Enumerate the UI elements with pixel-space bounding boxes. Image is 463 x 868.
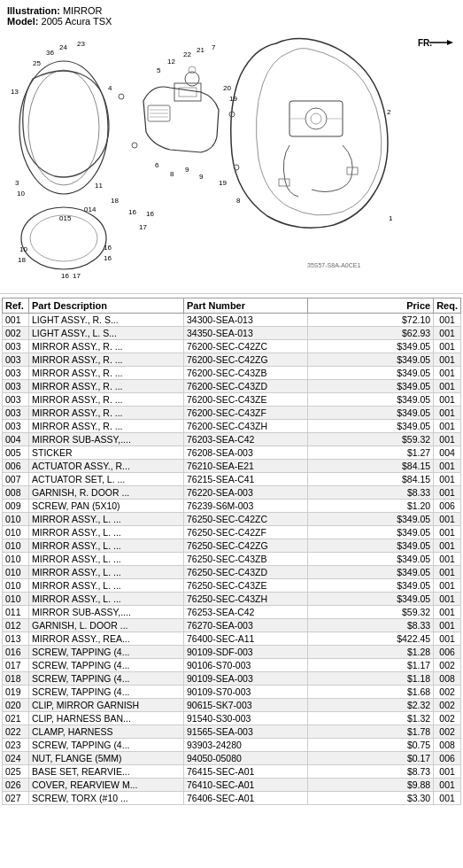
cell-ref: 013	[3, 632, 29, 646]
cell-req: 001	[434, 619, 461, 632]
table-row: 003MIRROR ASSY., R. ...76200-SEC-C43ZF$3…	[3, 407, 461, 420]
cell-req: 002	[434, 686, 461, 699]
cell-price: $72.10	[308, 314, 434, 327]
cell-desc: MIRROR SUB-ASSY,....	[29, 433, 184, 446]
svg-point-8	[189, 66, 196, 74]
cell-req: 001	[434, 486, 461, 500]
cell-req: 006	[434, 500, 461, 513]
cell-price: $349.05	[308, 367, 434, 380]
svg-text:19: 19	[229, 95, 237, 103]
cell-part: 76200-SEC-C43ZE	[184, 393, 308, 407]
model-prefix: Model:	[7, 16, 38, 27]
cell-req: 001	[434, 433, 461, 446]
cell-part: 76220-SEA-003	[184, 486, 308, 500]
cell-ref: 024	[3, 752, 29, 765]
illustration-prefix: Illustration:	[7, 5, 60, 16]
table-row: 018SCREW, TAPPING (4...90109-SEA-003$1.1…	[3, 672, 461, 686]
svg-point-15	[311, 113, 321, 124]
svg-text:17: 17	[139, 223, 147, 231]
cell-desc: STICKER	[29, 446, 184, 460]
svg-text:16: 16	[128, 208, 136, 216]
svg-rect-19	[279, 179, 289, 186]
cell-part: 76215-SEA-C41	[184, 473, 308, 486]
cell-part: 76250-SEC-C43ZH	[184, 593, 308, 606]
cell-part: 93903-24280	[184, 739, 308, 752]
svg-text:23: 23	[77, 40, 85, 48]
cell-ref: 003	[3, 407, 29, 420]
cell-req: 001	[434, 539, 461, 553]
svg-text:7: 7	[212, 43, 216, 51]
cell-desc: MIRROR ASSY., R. ...	[29, 393, 184, 407]
cell-desc: ACTUATOR SET, L. ...	[29, 473, 184, 486]
cell-price: $3.30	[308, 792, 434, 805]
illustration-line: Illustration: MIRROR	[7, 5, 456, 16]
cell-req: 001	[434, 353, 461, 367]
cell-price: $84.15	[308, 460, 434, 473]
cell-ref: 007	[3, 473, 29, 486]
table-row: 023SCREW, TAPPING (4...93903-24280$0.750…	[3, 739, 461, 752]
svg-text:9: 9	[185, 166, 189, 174]
table-row: 009SCREW, PAN (5X10)76239-S6M-003$1.2000…	[3, 500, 461, 513]
cell-price: $8.73	[308, 765, 434, 779]
cell-price: $1.32	[308, 712, 434, 725]
svg-text:18: 18	[18, 256, 26, 264]
cell-desc: MIRROR ASSY., R. ...	[29, 380, 184, 393]
table-row: 010MIRROR ASSY., L. ...76250-SEC-C43ZE$3…	[3, 579, 461, 593]
cell-part: 76200-SEC-C43ZF	[184, 407, 308, 420]
table-row: 001LIGHT ASSY., R. S...34300-SEA-013$72.…	[3, 314, 461, 327]
table-row: 010MIRROR ASSY., L. ...76250-SEC-C43ZD$3…	[3, 566, 461, 579]
cell-price: $0.75	[308, 739, 434, 752]
cell-req: 008	[434, 672, 461, 686]
cell-price: $349.05	[308, 420, 434, 433]
svg-text:5: 5	[157, 66, 161, 74]
cell-part: 76200-SEC-C43ZB	[184, 367, 308, 380]
cell-ref: 011	[3, 606, 29, 619]
table-row: 006ACTUATOR ASSY., R...76210-SEA-E21$84.…	[3, 460, 461, 473]
cell-desc: MIRROR ASSY., L. ...	[29, 553, 184, 566]
cell-desc: ACTUATOR ASSY., R...	[29, 460, 184, 473]
cell-ref: 010	[3, 526, 29, 539]
cell-price: $422.45	[308, 632, 434, 646]
svg-text:12: 12	[167, 58, 175, 66]
cell-price: $1.20	[308, 500, 434, 513]
cell-part: 76203-SEA-C42	[184, 433, 308, 446]
cell-desc: MIRROR ASSY., L. ...	[29, 539, 184, 553]
cell-req: 002	[434, 725, 461, 739]
cell-req: 001	[434, 553, 461, 566]
cell-desc: GARNISH, R. DOOR ...	[29, 486, 184, 500]
cell-ref: 005	[3, 446, 29, 460]
cell-ref: 009	[3, 500, 29, 513]
cell-price: $0.17	[308, 752, 434, 765]
cell-desc: COVER, REARVIEW M...	[29, 779, 184, 792]
cell-part: 76410-SEC-A01	[184, 779, 308, 792]
cell-part: 76250-SEC-C43ZB	[184, 553, 308, 566]
model-value: 2005 Acura TSX	[42, 16, 112, 27]
cell-desc: GARNISH, L. DOOR ...	[29, 619, 184, 632]
cell-ref: 019	[3, 686, 29, 699]
svg-text:17: 17	[73, 272, 81, 280]
cell-desc: MIRROR ASSY., L. ...	[29, 593, 184, 606]
cell-price: $59.32	[308, 606, 434, 619]
cell-price: $84.15	[308, 473, 434, 486]
svg-text:16: 16	[104, 244, 112, 252]
svg-point-20	[119, 94, 124, 99]
cell-price: $1.18	[308, 672, 434, 686]
cell-price: $59.32	[308, 433, 434, 446]
cell-price: $349.05	[308, 380, 434, 393]
table-row: 003MIRROR ASSY., R. ...76200-SEC-C42ZG$3…	[3, 353, 461, 367]
cell-desc: CLIP, MIRROR GARNISH	[29, 699, 184, 712]
table-row: 017SCREW, TAPPING (4...90106-S70-003$1.1…	[3, 659, 461, 672]
cell-ref: 003	[3, 340, 29, 353]
cell-price: $1.28	[308, 646, 434, 659]
cell-desc: MIRROR ASSY., REA...	[29, 632, 184, 646]
table-row: 020CLIP, MIRROR GARNISH90615-SK7-003$2.3…	[3, 699, 461, 712]
cell-part: 76270-SEA-003	[184, 619, 308, 632]
cell-part: 76250-SEC-C43ZD	[184, 566, 308, 579]
table-row: 016SCREW, TAPPING (4...90109-SDF-003$1.2…	[3, 646, 461, 659]
table-row: 003MIRROR ASSY., R. ...76200-SEC-C42ZC$3…	[3, 340, 461, 353]
page-header: Illustration: MIRROR Model: 2005 Acura T…	[0, 0, 463, 28]
cell-price: $349.05	[308, 526, 434, 539]
table-row: 026COVER, REARVIEW M...76410-SEC-A01$9.8…	[3, 779, 461, 792]
svg-text:18: 18	[111, 197, 119, 205]
cell-part: 76250-SEC-C42ZF	[184, 526, 308, 539]
